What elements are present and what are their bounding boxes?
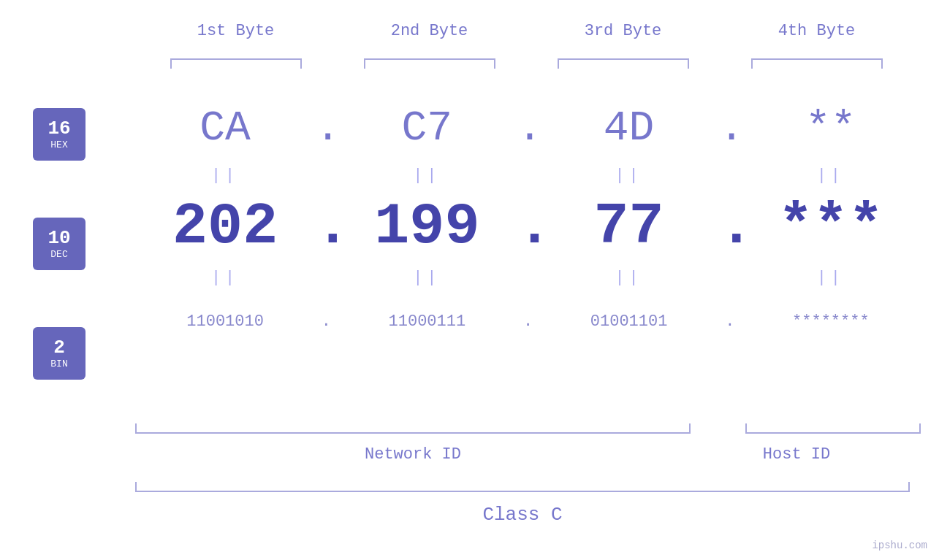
byte3-header: 3rd Byte [526, 22, 720, 40]
bracket-col-2 [332, 58, 526, 69]
bin-row: 11001010 . 11000111 . 01001101 . *******… [135, 292, 921, 350]
bottom-brackets [135, 423, 921, 434]
byte4-header: 4th Byte [720, 22, 913, 40]
eq1-b1: || [135, 166, 315, 185]
eq2-b1: || [135, 269, 315, 287]
dec-dot-3: . [719, 193, 741, 260]
dec-dot-1: . [315, 193, 337, 260]
host-id-label: Host ID [709, 445, 884, 464]
bin-b2: 11000111 [337, 312, 517, 331]
badge-hex-label: HEX [50, 139, 67, 150]
hex-dot-3: . [719, 104, 741, 152]
badge-hex: 16 HEX [33, 108, 85, 161]
bin-b1: 11001010 [135, 312, 315, 331]
dec-row: 202 . 199 . 77 . *** [135, 190, 921, 263]
badge-dec: 10 DEC [33, 218, 85, 270]
bracket-col-4 [720, 58, 913, 69]
badge-bin: 2 BIN [33, 327, 85, 380]
bracket-top-3 [558, 58, 689, 69]
badge-hex-number: 16 [47, 118, 70, 139]
dec-b2: 199 [337, 193, 517, 260]
dec-b1: 202 [135, 193, 315, 260]
byte1-header: 1st Byte [139, 22, 332, 40]
bin-b4: ******** [741, 312, 921, 331]
class-label: Class C [135, 504, 910, 526]
class-bracket-container [135, 482, 910, 492]
bracket-col-3 [526, 58, 720, 69]
eq2-b3: || [539, 269, 719, 287]
watermark: ipshu.com [872, 540, 927, 551]
byte-headers: 1st Byte 2nd Byte 3rd Byte 4th Byte [139, 22, 913, 40]
class-bracket [135, 482, 910, 492]
hex-b4: ** [741, 104, 921, 152]
badge-dec-number: 10 [47, 228, 70, 249]
hex-row: CA . C7 . 4D . ** [135, 95, 921, 161]
eq2-b4: || [741, 269, 921, 287]
network-id-label: Network ID [135, 445, 691, 464]
top-brackets [139, 58, 913, 69]
hex-b2: C7 [337, 104, 517, 152]
bracket-top-1 [170, 58, 302, 69]
badges-container: 16 HEX 10 DEC 2 BIN [33, 108, 85, 380]
badge-dec-label: DEC [50, 249, 67, 260]
eq2-b2: || [337, 269, 517, 287]
network-bracket [135, 423, 691, 434]
bin-dot-1: . [315, 312, 337, 331]
hex-b1: CA [135, 104, 315, 152]
eq1-b3: || [539, 166, 719, 185]
host-bracket [745, 423, 921, 434]
badge-bin-label: BIN [50, 358, 67, 369]
dec-b4: *** [741, 193, 921, 260]
hex-b3: 4D [539, 104, 719, 152]
eq1-b2: || [337, 166, 517, 185]
bin-dot-2: . [517, 312, 539, 331]
hex-dot-2: . [517, 104, 539, 152]
rows-container: CA . C7 . 4D . ** || || || || 202 . 199 … [135, 95, 921, 350]
hex-dot-1: . [315, 104, 337, 152]
bracket-top-4 [751, 58, 883, 69]
bracket-top-2 [364, 58, 495, 69]
eq-row-1: || || || || [135, 161, 921, 190]
bracket-col-1 [139, 58, 332, 69]
badge-bin-number: 2 [53, 337, 65, 358]
eq-row-2: || || || || [135, 263, 921, 292]
dec-dot-2: . [517, 193, 539, 260]
dec-b3: 77 [539, 193, 719, 260]
bin-dot-3: . [719, 312, 741, 331]
page-container: 1st Byte 2nd Byte 3rd Byte 4th Byte 16 H… [0, 0, 939, 560]
bin-b3: 01001101 [539, 312, 719, 331]
eq1-b4: || [741, 166, 921, 185]
byte2-header: 2nd Byte [332, 22, 526, 40]
